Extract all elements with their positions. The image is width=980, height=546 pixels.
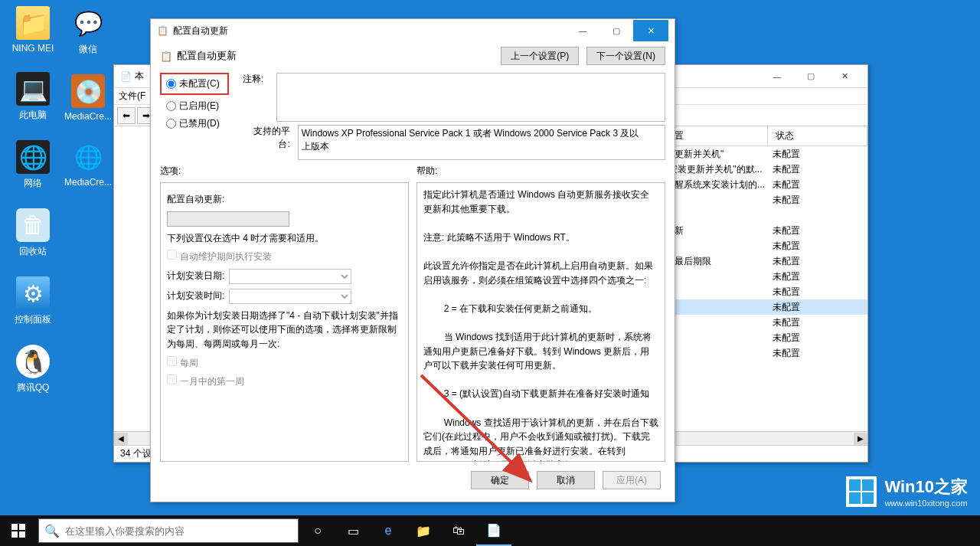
svg-rect-2 — [19, 524, 25, 530]
opt-date-label: 计划安装日期: — [167, 269, 224, 283]
help-pane: 指定此计算机是否通过 Windows 自动更新服务接收安全更新和其他重要下载。 … — [416, 182, 665, 462]
app-button[interactable]: 📄 — [476, 515, 511, 546]
cancel-button[interactable]: 取消 — [537, 471, 595, 489]
opt-date-select[interactable] — [229, 269, 351, 284]
desktop-icon[interactable]: 📁NING MEI — [6, 6, 60, 54]
dialog-close[interactable]: ✕ — [633, 20, 668, 41]
opt-maintain[interactable]: 自动维护期间执行安装 — [167, 250, 402, 264]
policy-icon: 📋 — [160, 51, 172, 62]
desktop-icon[interactable]: 💻此电脑 — [6, 72, 60, 122]
comment-field[interactable] — [276, 73, 665, 122]
edge-button[interactable]: e — [371, 515, 406, 546]
options-label: 选项: — [160, 165, 409, 178]
list-item[interactable] — [658, 208, 867, 223]
menu-file[interactable]: 文件(F — [119, 90, 145, 103]
svg-rect-4 — [19, 531, 25, 538]
desktop-icon[interactable]: 🐧腾讯QQ — [6, 345, 60, 394]
settings-list: 设置 状态 装更新并关机"未配置"安装更新并关机"的默...未配置唤醒系统来安装… — [658, 126, 867, 431]
help-text: 指定此计算机是否通过 Windows 自动更新服务接收安全更新和其他重要下载。 … — [417, 183, 665, 461]
desktop-icon[interactable]: 💬微信 — [61, 6, 115, 56]
back-button[interactable]: ⬅ — [117, 107, 136, 124]
list-item[interactable]: "安装更新并关机"的默...未配置 — [658, 162, 867, 177]
opt-config-label: 配置自动更新: — [167, 192, 402, 207]
dialog-maximize[interactable]: ▢ — [599, 20, 633, 41]
highlight-box: 未配置(C) — [160, 73, 229, 95]
radio-not-configured[interactable]: 未配置(C) — [166, 77, 220, 90]
opt-time-label: 计划安装时间: — [167, 289, 224, 303]
platform-text: Windows XP Professional Service Pack 1 或… — [298, 125, 665, 160]
help-label: 帮助: — [416, 165, 665, 178]
search-icon: 🔍 — [39, 524, 65, 538]
maximize-button[interactable]: ▢ — [794, 66, 828, 87]
opt-firstweek[interactable]: 一月中的第一周 — [167, 374, 402, 389]
taskview-button[interactable]: ▭ — [335, 515, 371, 546]
opt-paragraph: 如果你为计划安装日期选择了"4 - 自动下载计划安装"并指定了计划，则你还可以使… — [167, 309, 402, 351]
platform-label: 支持的平台: — [243, 125, 290, 151]
radio-enabled[interactable]: 已启用(E) — [160, 100, 229, 113]
list-item[interactable]: 更新未配置 — [658, 223, 867, 238]
dialog-titlebar[interactable]: 📋配置自动更新 — ▢ ✕ — [151, 19, 675, 42]
list-item[interactable]: 装更新并关机"未配置 — [658, 146, 867, 162]
options-pane: 配置自动更新: 下列设置仅在选中 4 时才需要和适用。 自动维护期间执行安装 计… — [160, 182, 409, 462]
policy-dialog: 📋配置自动更新 — ▢ ✕ 📋配置自动更新 上一个设置(P) 下一个设置(N) … — [150, 18, 675, 502]
cortana-button[interactable]: ○ — [300, 515, 335, 546]
policy-icon: 📋 — [157, 25, 168, 36]
close-button[interactable]: ✕ — [828, 66, 861, 87]
dialog-minimize[interactable]: — — [566, 20, 599, 41]
desktop-icon[interactable]: 🌐网络 — [6, 140, 60, 190]
policy-name: 配置自动更新 — [177, 49, 237, 63]
gpedit-title: 本 — [135, 70, 144, 83]
list-item[interactable]: 未配置 — [658, 299, 867, 315]
windows-icon — [846, 476, 877, 507]
start-button[interactable] — [0, 515, 37, 546]
desktop-icon[interactable]: 🗑回收站 — [6, 208, 60, 258]
desktop-icon[interactable]: 💿MediaCre... — [61, 74, 115, 122]
explorer-button[interactable]: 📁 — [406, 515, 441, 546]
search-input[interactable] — [65, 525, 298, 537]
apply-button[interactable]: 应用(A) — [603, 471, 661, 489]
list-item[interactable]: 动未配置 — [658, 192, 867, 208]
opt-time-select[interactable] — [229, 289, 351, 304]
notepad-icon: 📄 — [120, 71, 132, 82]
watermark: Win10之家 www.win10xitong.com — [846, 476, 968, 508]
ok-button[interactable]: 确定 — [471, 471, 529, 489]
radio-disabled[interactable]: 已禁用(D) — [160, 117, 229, 130]
dialog-title: 配置自动更新 — [173, 25, 228, 38]
prev-setting-button[interactable]: 上一个设置(P) — [501, 47, 579, 65]
list-item[interactable]: 未配置 — [658, 238, 867, 253]
desktop-icon[interactable]: ⚙控制面板 — [6, 276, 60, 326]
list-item[interactable]: 未配置 — [658, 345, 867, 361]
opt-config-select[interactable] — [167, 211, 289, 227]
taskbar: 🔍 ○ ▭ e 📁 🛍 📄 — [0, 515, 980, 546]
opt-weekly[interactable]: 每周 — [167, 356, 402, 371]
list-item[interactable]: 的最后期限未配置 — [658, 253, 867, 269]
col-state[interactable]: 状态 — [768, 126, 867, 145]
comment-label: 注释: — [243, 73, 271, 86]
next-setting-button[interactable]: 下一个设置(N) — [586, 47, 665, 65]
list-item[interactable]: 唤醒系统来安装计划的...未配置 — [658, 177, 867, 192]
svg-rect-3 — [11, 531, 18, 538]
list-item[interactable]: 未配置 — [658, 330, 867, 345]
list-item[interactable]: 未配置 — [658, 284, 867, 299]
search-box[interactable]: 🔍 — [38, 518, 299, 543]
desktop-icon[interactable]: 🌐MediaCre... — [61, 140, 115, 188]
opt-note: 下列设置仅在选中 4 时才需要和适用。 — [167, 231, 402, 246]
svg-rect-1 — [11, 524, 18, 530]
list-item[interactable]: 未配置 — [658, 315, 867, 330]
store-button[interactable]: 🛍 — [441, 515, 476, 546]
minimize-button[interactable]: — — [760, 66, 794, 87]
list-item[interactable]: 未配置 — [658, 269, 867, 284]
